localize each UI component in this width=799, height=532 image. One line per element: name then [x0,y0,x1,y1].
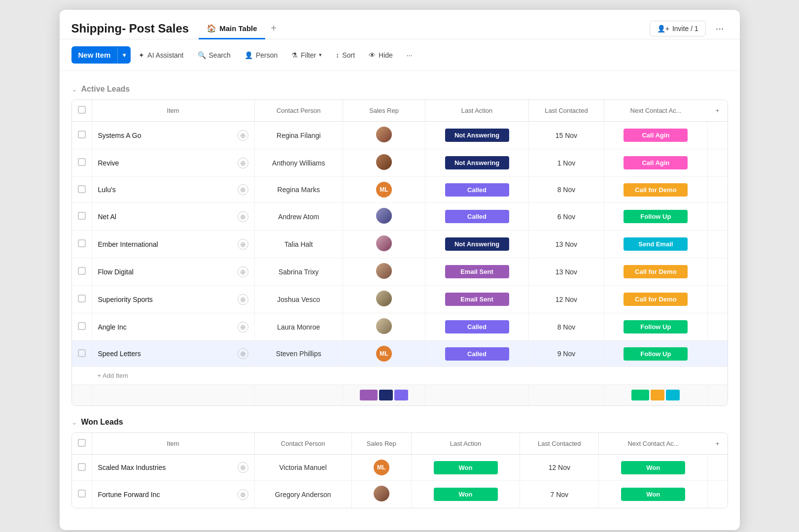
row-checkbox[interactable] [78,490,86,498]
won-leads-header-row: Item Contact Person Sales Rep Last Actio… [72,433,728,455]
next-action-badge: Send Email [624,237,688,251]
add-item-icon[interactable]: ⊕ [238,130,248,141]
table-row: Speed Letters ⊕ Steven Phillips ML Calle… [72,341,728,367]
contact-cell: Gregory Anderson [254,481,351,508]
sales-rep-cell: ML [351,455,411,481]
hide-button[interactable]: 👁 Hide [363,47,399,63]
add-item-icon[interactable]: ⊕ [238,462,248,473]
add-item-icon[interactable]: ⊕ [238,294,248,305]
row-checkbox-cell [72,258,92,286]
table-row: Angle Inc ⊕ Laura Monroe Called 8 Nov Fo… [72,313,728,341]
content-area: ⌄ Active Leads Item Contact Person Sales… [60,71,740,530]
last-action-cell: Called [425,341,528,367]
row-checkbox[interactable] [78,463,86,471]
last-contacted-cell: 15 Nov [529,122,604,149]
status-badge: Email Sent [445,293,509,306]
row-checkbox[interactable] [78,239,86,247]
row-checkbox[interactable] [78,322,86,330]
chip-green [631,390,649,400]
col-last-action: Last Action [425,100,528,122]
row-checkbox-cell [72,313,92,341]
row-checkbox[interactable] [78,158,86,166]
sales-rep-cell [343,231,425,258]
row-checkbox-cell [72,341,92,367]
row-checkbox[interactable] [78,295,86,302]
next-action-badge: Follow Up [624,347,688,361]
row-checkbox[interactable] [78,349,86,357]
sort-button[interactable]: ↕ Sort [330,47,361,63]
add-item-icon[interactable]: ⊕ [238,348,248,359]
next-action-cell: Follow Up [604,341,707,367]
tab-add-button[interactable]: + [267,18,281,39]
person-button[interactable]: 👤 Person [239,47,283,63]
next-action-badge: Follow Up [624,320,688,333]
row-plus-cell [708,122,728,149]
add-item-button[interactable]: + Add Item [72,367,728,384]
add-item-icon[interactable]: ⊕ [238,322,248,332]
col-sales-rep: Sales Rep [343,100,425,122]
filter-label: Filter [301,51,316,59]
row-plus-cell [708,455,728,481]
row-plus-cell [708,149,728,177]
avatar [374,486,389,501]
invite-icon: 👤+ [657,25,669,33]
toolbar-more-button[interactable]: ··· [401,47,418,63]
sales-rep-cell [343,313,425,341]
table-row: Flow Digital ⊕ Sabrina Trixy Email Sent … [72,258,728,286]
filter-button[interactable]: ⚗ Filter ▾ [285,47,328,63]
row-checkbox[interactable] [78,212,86,220]
invite-button[interactable]: 👤+ Invite / 1 [650,21,706,36]
next-action-cell: Won [599,455,708,481]
row-checkbox[interactable] [78,267,86,275]
status-badge: Not Answering [445,129,509,142]
status-badge: Won [434,488,498,501]
chip-cyan [666,390,680,400]
col-add[interactable]: + [708,100,728,122]
col-add[interactable]: + [708,433,728,455]
col-contact: Contact Person [254,100,343,122]
add-item-row[interactable]: + Add Item [72,367,728,385]
add-item-icon[interactable]: ⊕ [238,158,248,168]
row-checkbox[interactable] [78,185,86,193]
hide-icon: 👁 [369,51,376,59]
add-item-icon[interactable]: ⊕ [238,184,248,195]
filter-chevron-icon: ▾ [319,52,322,58]
won-leads-table: Item Contact Person Sales Rep Last Actio… [72,433,728,508]
header-left: Shipping- Post Sales 🏠 Main Table + [71,18,281,39]
add-item-icon[interactable]: ⊕ [238,211,248,222]
status-badge: Called [445,183,509,197]
active-leads-collapse-button[interactable]: ⌄ [71,85,77,93]
last-action-cell: Called [425,177,528,203]
ai-label: AI Assistant [147,51,183,59]
last-contacted-cell: 8 Nov [529,313,604,341]
last-action-cell: Won [411,455,520,481]
header-more-button[interactable]: ··· [712,21,728,36]
select-all-checkbox[interactable] [78,106,86,114]
won-leads-collapse-button[interactable]: ⌄ [71,418,77,426]
item-cell: Revive ⊕ [92,149,254,177]
next-action-cell: Follow Up [604,203,707,231]
new-item-button[interactable]: New Item ▾ [71,46,131,64]
add-item-icon[interactable]: ⊕ [238,489,248,500]
status-badge: Won [434,461,498,474]
app-window: Shipping- Post Sales 🏠 Main Table + 👤+ I… [60,10,740,530]
item-cell: Fortune Forward Inc ⊕ [92,481,254,508]
search-button[interactable]: 🔍 Search [192,47,237,63]
contact-cell: Victoria Manuel [254,455,351,481]
toolbar: New Item ▾ ✦ AI Assistant 🔍 Search 👤 Per… [60,39,740,71]
next-action-cell: Call Agin [604,122,707,149]
ai-assistant-button[interactable]: ✦ AI Assistant [133,47,189,63]
won-leads-title: Won Leads [81,418,123,427]
add-item-icon[interactable]: ⊕ [238,266,248,277]
invite-label: Invite / 1 [672,25,698,33]
new-item-dropdown-arrow[interactable]: ▾ [117,47,131,63]
row-checkbox[interactable] [78,131,86,138]
add-item-icon[interactable]: ⊕ [238,239,248,250]
select-all-checkbox[interactable] [78,439,86,447]
tab-main-table[interactable]: 🏠 Main Table [199,19,265,39]
last-action-cell: Email Sent [425,258,528,286]
next-action-summary [604,385,707,406]
next-action-cell: Send Email [604,231,707,258]
next-action-badge: Call for Demo [624,183,688,197]
table-row: Fortune Forward Inc ⊕ Gregory Anderson W… [72,481,728,508]
